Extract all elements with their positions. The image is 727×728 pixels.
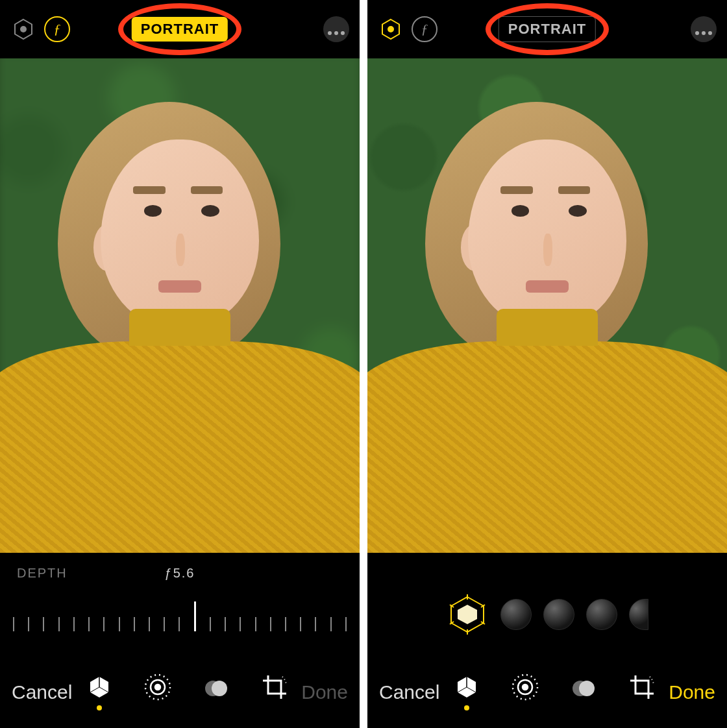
- ruler-tick: [28, 617, 29, 631]
- lighting-cube-icon[interactable]: [446, 593, 489, 636]
- depth-label: DEPTH: [17, 566, 68, 581]
- ruler-tick: [103, 617, 105, 631]
- filters-tool-icon[interactable]: [566, 673, 601, 712]
- svg-point-6: [212, 681, 227, 696]
- depth-value: ƒ5.6: [165, 566, 195, 581]
- ruler-tick: [179, 617, 180, 631]
- depth-control: DEPTH ƒ5.6 .: [0, 553, 360, 657]
- lighting-option[interactable]: [586, 599, 617, 630]
- subject-person: [367, 83, 727, 553]
- svg-point-1: [20, 26, 27, 32]
- crop-tool-icon[interactable]: [257, 673, 292, 712]
- svg-point-8: [388, 26, 394, 32]
- cancel-button[interactable]: Cancel: [12, 681, 72, 703]
- more-icon[interactable]: [691, 16, 717, 42]
- ruler-tick: [225, 617, 226, 631]
- aperture-f-icon[interactable]: ƒ: [412, 16, 437, 42]
- svg-point-21: [579, 681, 595, 696]
- subject-person: [0, 83, 360, 553]
- portrait-tool-icon[interactable]: [82, 673, 117, 712]
- cancel-button[interactable]: Cancel: [379, 681, 439, 703]
- bottom-bar: Cancel: [0, 657, 360, 728]
- filters-tool-icon[interactable]: [199, 673, 234, 712]
- svg-point-18: [523, 685, 528, 690]
- done-button[interactable]: Done: [669, 681, 715, 703]
- portrait-mode-toggle[interactable]: PORTRAIT: [499, 16, 596, 42]
- ruler-tick: [270, 617, 271, 631]
- ruler-tick: [345, 617, 347, 631]
- done-button[interactable]: Done: [301, 681, 348, 703]
- ruler-tick: [88, 617, 90, 631]
- bottom-bar: Cancel: [367, 657, 727, 728]
- ruler-tick: [210, 617, 211, 631]
- ruler-tick: [330, 617, 332, 631]
- ruler-tick: [13, 617, 14, 631]
- lighting-selector[interactable]: [367, 553, 727, 657]
- photo-preview[interactable]: [0, 58, 360, 553]
- ruler-tick: [43, 617, 44, 631]
- portrait-mode-toggle[interactable]: PORTRAIT: [132, 17, 228, 42]
- lighting-option[interactable]: [543, 599, 574, 630]
- ruler-tick: [164, 617, 165, 631]
- ruler-tick: [149, 617, 150, 631]
- ruler-tick: [255, 617, 256, 631]
- adjust-tool-icon[interactable]: [508, 673, 543, 712]
- ruler-tick: [300, 617, 301, 631]
- ruler-tick: [134, 617, 135, 631]
- depth-slider[interactable]: [13, 592, 347, 631]
- svg-marker-10: [458, 605, 477, 624]
- lighting-option[interactable]: [500, 599, 532, 630]
- lighting-option[interactable]: [629, 599, 648, 630]
- aperture-f-icon[interactable]: ƒ: [44, 16, 70, 42]
- more-icon[interactable]: [323, 16, 349, 42]
- ruler-tick: [315, 617, 316, 631]
- editor-screen-left: ƒ PORTRAIT DEPTH ƒ5.6 .: [0, 0, 360, 728]
- crop-tool-icon[interactable]: [624, 673, 659, 712]
- live-photo-icon[interactable]: [10, 16, 36, 42]
- live-photo-icon[interactable]: [378, 16, 404, 42]
- ruler-tick: [58, 617, 60, 631]
- top-bar: ƒ PORTRAIT: [0, 0, 360, 58]
- ruler-tick: [285, 617, 286, 631]
- ruler-tick: [240, 617, 241, 631]
- ruler-tick: [119, 617, 120, 631]
- portrait-tool-icon[interactable]: [449, 673, 484, 712]
- svg-point-3: [155, 685, 160, 690]
- ruler-tick: [73, 617, 75, 631]
- adjust-tool-icon[interactable]: [140, 673, 175, 712]
- photo-preview[interactable]: [367, 58, 727, 553]
- editor-screen-right: ƒ PORTRAIT: [367, 0, 727, 728]
- ruler-tick: [194, 601, 196, 631]
- top-bar: ƒ PORTRAIT: [367, 0, 727, 58]
